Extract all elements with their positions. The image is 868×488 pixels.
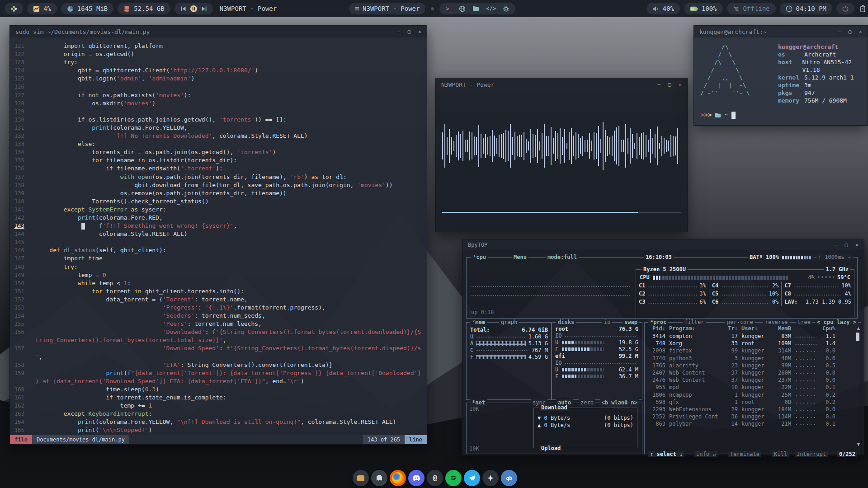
- code-line[interactable]: 153 'Progress': '{:.1%}'.format(torrent.…: [10, 304, 427, 312]
- tab-io[interactable]: io: [602, 319, 612, 325]
- code-line[interactable]: 157 'Download Speed': f'{String_Converte…: [10, 344, 427, 352]
- interval-control[interactable]: + 1000ms -: [816, 254, 853, 260]
- code-line[interactable]: 126: [10, 83, 427, 91]
- dock-ghost-icon[interactable]: [371, 470, 387, 486]
- maximize-button[interactable]: ▢: [408, 28, 411, 35]
- battery-widget[interactable]: 100%: [684, 3, 723, 14]
- terminal-icon[interactable]: >_: [445, 5, 452, 12]
- tab-reverse[interactable]: reverse: [763, 319, 790, 325]
- code-line[interactable]: 161 if torrent.state_enum.is_complete:: [10, 394, 427, 402]
- menu-button[interactable]: Menu: [512, 254, 528, 260]
- launcher-button[interactable]: [5, 3, 23, 14]
- code-line[interactable]: 141 except SystemError as syserr:: [10, 206, 427, 214]
- dock-game-icon[interactable]: [482, 470, 499, 486]
- mode-toggle[interactable]: mode:full: [546, 254, 579, 260]
- network-widget[interactable]: Offline: [727, 3, 776, 14]
- tab-graph[interactable]: graph: [499, 319, 519, 325]
- code-line[interactable]: 162 temp += 1: [10, 402, 427, 410]
- process-row[interactable]: 1806ncmpcpp1kungger25M0.2: [646, 391, 854, 399]
- proc-scrollbar[interactable]: [856, 333, 859, 341]
- code-line[interactable]: 160 time.sleep(0.3): [10, 385, 427, 394]
- close-button[interactable]: ✕: [679, 81, 682, 88]
- terminal-body[interactable]: /\ / \ /\ \ / \ / ,, \ / | | -\ /_-'' ''…: [694, 38, 868, 125]
- tab-disks[interactable]: disks: [556, 319, 576, 325]
- code-line[interactable]: 150 while temp < 1:: [10, 279, 427, 287]
- code-line[interactable]: 165 print('\n\nStopped!'): [10, 426, 427, 434]
- code-line[interactable]: } at {data_torrent['Download Speed']} ET…: [10, 377, 427, 385]
- dock-spotify-icon[interactable]: [445, 470, 462, 486]
- proc-footer-kill[interactable]: Kill: [772, 451, 789, 457]
- terminal-titlebar[interactable]: kungger@archcraft:~ – ▢ ✕: [694, 26, 868, 38]
- process-row[interactable]: 1765alacritty23kungger99M0.5: [646, 362, 854, 369]
- code-line[interactable]: 125 qbit.login('admin', 'adminadmin'): [10, 75, 427, 83]
- code-line[interactable]: 143 f'[!!] Something went wrong! {syserr…: [10, 222, 427, 230]
- tab-proc[interactable]: ⁴proc: [648, 319, 668, 325]
- process-row[interactable]: 863polybar14kungger21M0.1: [646, 420, 854, 427]
- proc-footer-terminate[interactable]: Terminate: [728, 451, 761, 457]
- code-line[interactable]: 151 for torrent in qbit_client.torrents.…: [10, 287, 427, 296]
- process-row[interactable]: 2476Web Content37kungger237M0.0: [646, 376, 854, 384]
- scroll-up-icon[interactable]: ▲: [857, 325, 860, 331]
- code-line[interactable]: 129: [10, 108, 427, 116]
- dock-firefox-icon[interactable]: [390, 470, 406, 486]
- code-line[interactable]: 164 print(colorama.Fore.YELLOW, "\n[!] D…: [10, 418, 427, 426]
- focused-window-widget[interactable]: ≡ N3WPORT - Power: [349, 3, 425, 14]
- tab-cpu[interactable]: ¹cpu: [471, 254, 488, 260]
- close-button[interactable]: ✕: [418, 28, 421, 35]
- code-line[interactable]: 121 import qbittorrent, platform: [10, 42, 427, 50]
- code-line[interactable]: 138 qbit.download_from_file(tor_dl, save…: [10, 181, 427, 189]
- code-line[interactable]: 137 with open(os.path.join(torrents_dir,…: [10, 173, 427, 181]
- close-button[interactable]: ✕: [859, 28, 862, 35]
- close-button[interactable]: ✕: [855, 242, 859, 248]
- scroll-down-icon[interactable]: ▼: [857, 441, 860, 447]
- memory-widget[interactable]: 1645 MiB: [61, 3, 113, 14]
- process-row[interactable]: 593gfx1root0B0.2: [646, 399, 854, 406]
- net-interface[interactable]: <b wlan0 n>: [600, 399, 639, 406]
- dock-qbittorrent-icon[interactable]: qb: [501, 470, 517, 486]
- code-line[interactable]: 154 'Seeders': torrent.num_seeds,: [10, 312, 427, 320]
- dock-telegram-icon[interactable]: [464, 470, 480, 486]
- next-track-icon[interactable]: [201, 6, 207, 12]
- code-line[interactable]: 132 '[!] No Torrents Downloaded', colora…: [10, 132, 427, 140]
- process-row[interactable]: 3414compton17kungger83M1.1: [646, 333, 854, 340]
- code-line[interactable]: 163 except KeyboardInterrupt:: [10, 410, 427, 418]
- globe-icon[interactable]: [459, 5, 466, 12]
- disk-widget[interactable]: 52.54 GB: [118, 3, 170, 14]
- code-line[interactable]: 123 try:: [10, 58, 427, 66]
- pause-icon[interactable]: [190, 5, 198, 13]
- code-line[interactable]: 149 temp = 0: [10, 271, 427, 279]
- vim-editor[interactable]: 121 import qbittorrent, platform122 orig…: [10, 38, 427, 435]
- proc-footer-info[interactable]: info ↵: [694, 451, 717, 457]
- code-line[interactable]: 159 print(f"{data_torrent['Torrent']}: {…: [10, 369, 427, 377]
- code-line[interactable]: 140 Torrents().check_torrent_status(): [10, 197, 427, 206]
- code-line[interactable]: 152 data_torrent = {'Torrent': torrent.n…: [10, 296, 427, 304]
- process-row[interactable]: 2293WebExtensions29kungger184M0.0: [646, 406, 854, 413]
- minimize-button[interactable]: –: [397, 28, 400, 35]
- power-button[interactable]: [836, 3, 854, 14]
- code-line[interactable]: 127 if not os.path.exists('movies'):: [10, 91, 427, 99]
- dock-shell-icon[interactable]: @: [427, 470, 443, 486]
- code-line[interactable]: 144 colorama.Style.RESET_ALL): [10, 230, 427, 238]
- code-line[interactable]: 128 os.mkdir('movies'): [10, 99, 427, 108]
- volume-widget[interactable]: 40%: [646, 3, 680, 14]
- process-row[interactable]: 2407Web Content37kungger260M0.0: [646, 369, 854, 376]
- process-row[interactable]: 748Xorg33root109M1.4: [646, 340, 854, 347]
- code-line[interactable]: 124 qbit = qbittorrent.Client('http://12…: [10, 66, 427, 75]
- tab-tree[interactable]: tree: [796, 319, 812, 325]
- code-line[interactable]: 122 origin = os.getcwd(): [10, 50, 427, 58]
- tab-zero[interactable]: zero: [579, 399, 595, 406]
- process-row[interactable]: 2352Privileged Cont36kungger134M0.0: [646, 413, 854, 420]
- tab-per-core[interactable]: per-core: [725, 319, 755, 325]
- sort-selector[interactable]: < cpu lazy >: [815, 319, 858, 325]
- previous-track-icon[interactable]: [180, 6, 186, 12]
- bpytop-titlebar[interactable]: BpyTOP – ▢ ✕: [462, 240, 864, 250]
- tab-net[interactable]: ³net: [470, 399, 487, 406]
- dock-discord-icon[interactable]: [408, 470, 425, 486]
- code-line[interactable]: 142 print(colorama.Fore.RED,: [10, 214, 427, 222]
- clock-widget[interactable]: 04:10 PM: [780, 3, 832, 14]
- folder-icon[interactable]: [472, 6, 479, 12]
- visualizer-titlebar[interactable]: N3WPORT - Power – ▢ ✕: [436, 78, 687, 91]
- code-line[interactable]: tring_Converters().format_bytes(torrent.…: [10, 336, 427, 344]
- maximize-button[interactable]: ▢: [849, 28, 852, 35]
- code-line[interactable]: 133 else:: [10, 140, 427, 148]
